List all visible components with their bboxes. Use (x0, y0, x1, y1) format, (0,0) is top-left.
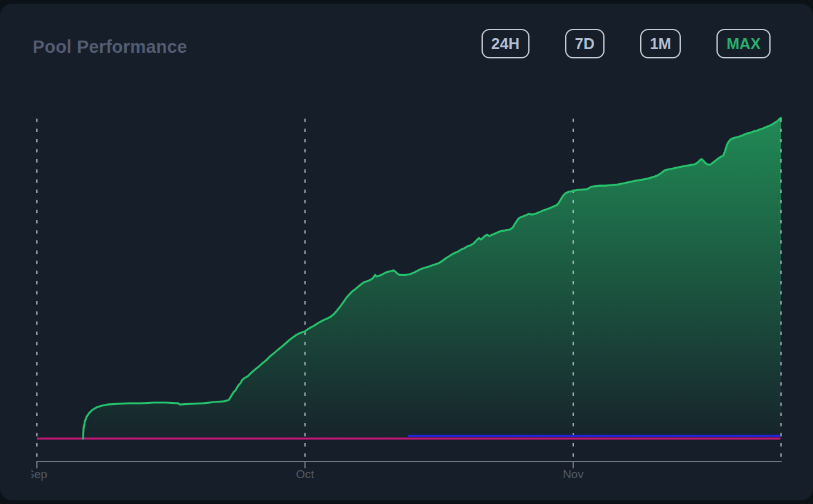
x-axis-label: Sep (26, 468, 47, 481)
pool-performance-chart[interactable]: SepOctNov (0, 4, 813, 504)
performance-area-fill (83, 118, 781, 439)
x-axis-label: Oct (296, 468, 314, 481)
x-axis-labels: SepOctNov (26, 468, 584, 481)
pool-performance-card: Pool Performance 24H 7D 1M MAX SepOctNov (0, 4, 813, 500)
x-axis-label: Nov (563, 468, 584, 481)
